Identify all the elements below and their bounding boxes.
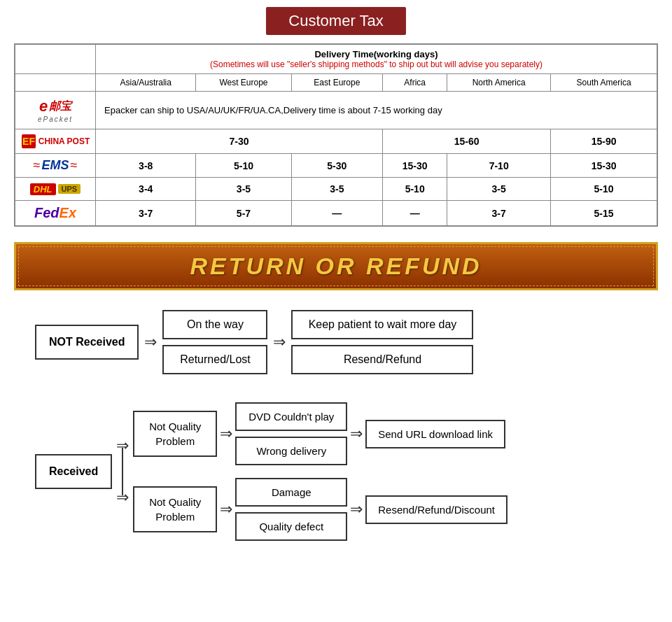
fedex-logo-cell: FedEx — [15, 201, 96, 226]
ems-east: 5-30 — [291, 154, 383, 178]
chinapost-logo-cell: EF CHINA POST — [15, 129, 96, 154]
chinapost-south: 15-90 — [551, 129, 657, 154]
dhl-south: 5-10 — [551, 178, 657, 201]
col-africa: Africa — [383, 74, 447, 92]
returned-lost-box: Returned/Lost — [162, 345, 267, 374]
dvd-box: DVD Couldn't play — [235, 402, 347, 431]
arrow-g1: ⇒ — [220, 425, 232, 443]
arrow-g2-right: ⇒ — [350, 500, 363, 518]
arrow-1: ⇒ — [144, 333, 157, 351]
col-east-europe: East Europe — [291, 74, 383, 92]
customer-tax-section: Customer Tax Delivery Time(working days)… — [14, 7, 658, 227]
chinapost-asia: 7-30 — [96, 129, 383, 154]
section-title: Customer Tax — [266, 7, 405, 35]
epacket-description: Epacker can ship to USA/AU/UK/FR/UA.CA,D… — [96, 92, 657, 129]
dhl-east: 3-5 — [291, 178, 383, 201]
issues-1: DVD Couldn't play Wrong delivery — [235, 402, 347, 465]
dhl-west: 3-5 — [196, 178, 291, 201]
resend-refund-discount-box: Resend/Refund/Discount — [365, 495, 507, 524]
wrong-delivery-box: Wrong delivery — [235, 437, 347, 465]
received-box: Received — [35, 454, 112, 489]
ems-north: 7-10 — [447, 154, 551, 178]
group-2: Not QualityProblem ⇒ Damage Quality defe… — [133, 478, 507, 541]
fedex-africa: — — [383, 201, 447, 226]
not-quality-1-box: Not QualityProblem — [133, 411, 217, 457]
send-url-box: Send URL download link — [365, 420, 505, 448]
col-south-america: South America — [551, 74, 657, 92]
damage-box: Damage — [235, 478, 347, 507]
not-received-flow: NOT Received ⇒ On the way Returned/Lost … — [14, 310, 658, 374]
resend-refund-box: Resend/Refund — [291, 345, 473, 374]
right-options: Keep patient to wait more day Resend/Ref… — [291, 310, 473, 374]
not-quality-2-box: Not QualityProblem — [133, 486, 217, 532]
dhl-north: 3-5 — [447, 178, 551, 201]
fedex-south: 5-15 — [551, 201, 657, 226]
col-north-america: North America — [447, 74, 551, 92]
arrow-2: ⇒ — [273, 333, 286, 351]
return-refund-title: RETURN OR REFUND — [190, 253, 482, 279]
received-flow: Received ⇒ ⇒ Not QualityProblem ⇒ DVD Co… — [14, 402, 658, 555]
issues-2: Damage Quality defect — [235, 478, 347, 541]
ems-west: 5-10 — [196, 154, 291, 178]
svg-text:EF: EF — [22, 136, 35, 147]
fedex-west: 5-7 — [196, 201, 291, 226]
ems-logo-cell: ≈ EMS ≈ — [15, 154, 96, 178]
col-west-europe: West Europe — [196, 74, 291, 92]
not-received-box: NOT Received — [35, 325, 139, 360]
tax-table-wrapper: Delivery Time(working days) (Sometimes w… — [14, 43, 658, 227]
chinapost-africa: 15-60 — [383, 129, 551, 154]
dhl-africa: 5-10 — [383, 178, 447, 201]
received-groups: Not QualityProblem ⇒ DVD Couldn't play W… — [133, 402, 507, 541]
fedex-east: — — [291, 201, 383, 226]
col-asia: Asia/Australia — [96, 74, 196, 92]
ems-south: 15-30 — [551, 154, 657, 178]
delivery-header: Delivery Time(working days) — [102, 49, 651, 59]
double-arrow-container: ⇒ ⇒ — [116, 432, 129, 511]
arrow-g2: ⇒ — [220, 500, 232, 518]
return-refund-banner: RETURN OR REFUND — [14, 242, 658, 290]
middle-options: On the way Returned/Lost — [162, 310, 267, 374]
arrow-g1-right: ⇒ — [350, 425, 363, 443]
group-1: Not QualityProblem ⇒ DVD Couldn't play W… — [133, 402, 507, 465]
dhl-asia: 3-4 — [96, 178, 196, 201]
on-the-way-box: On the way — [162, 310, 267, 339]
keep-patient-box: Keep patient to wait more day — [291, 310, 473, 339]
ems-africa: 15-30 — [383, 154, 447, 178]
fedex-north: 3-7 — [447, 201, 551, 226]
epacket-logo-cell: e 邮宝 ePacket — [15, 92, 96, 129]
delivery-subheader: (Sometimes will use "seller's shipping m… — [102, 59, 651, 69]
dhlups-logo-cell: DHL UPS — [15, 178, 96, 201]
quality-defect-box: Quality defect — [235, 512, 347, 541]
fedex-asia: 3-7 — [96, 201, 196, 226]
ems-asia: 3-8 — [96, 154, 196, 178]
